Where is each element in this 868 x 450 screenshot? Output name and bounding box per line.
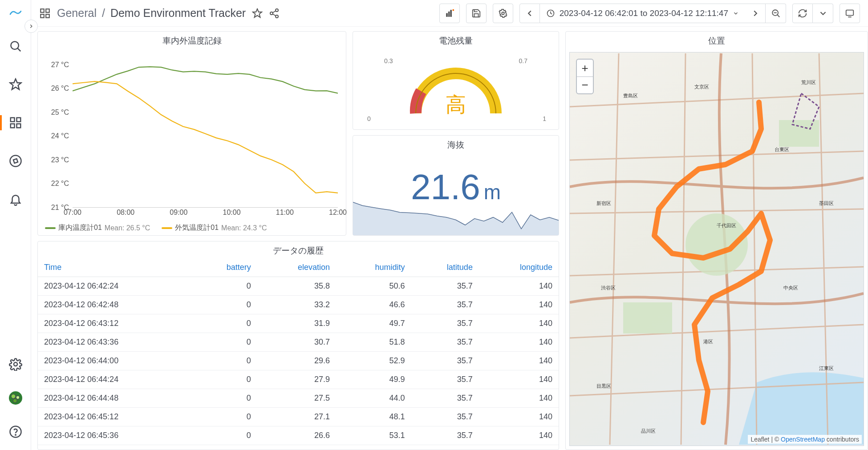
history-panel[interactable]: データの履歴 Timebatteryelevationhumiditylatit… (37, 241, 559, 450)
map-panel[interactable]: 位置 (565, 31, 868, 450)
battery-title: 電池残量 (353, 32, 559, 48)
battery-panel[interactable]: 電池残量 0 0.3 0.7 1 高 (353, 31, 559, 130)
svg-rect-27 (450, 10, 452, 16)
map-poi-label: 文京区 (694, 84, 709, 90)
save-button[interactable] (466, 4, 487, 23)
search-icon[interactable] (5, 36, 26, 56)
map-poi-label: 目黒区 (596, 383, 611, 390)
map-poi-label: 中央区 (783, 285, 798, 291)
map-poi-label: 江東区 (819, 365, 834, 372)
column-longitude[interactable]: longitude (479, 258, 559, 277)
column-battery[interactable]: battery (192, 258, 257, 277)
dashboards-icon[interactable] (5, 112, 26, 133)
svg-line-33 (777, 15, 779, 17)
tv-mode-button[interactable] (840, 4, 860, 23)
sidebar (0, 0, 31, 450)
svg-rect-15 (41, 9, 44, 12)
expand-sidebar-button[interactable] (24, 20, 38, 33)
refresh-interval-button[interactable] (813, 4, 833, 23)
column-humidity[interactable]: humidity (336, 258, 411, 277)
map-poi-label: 荒川区 (801, 79, 816, 86)
svg-point-10 (11, 394, 16, 398)
svg-rect-38 (623, 302, 672, 333)
table-row[interactable]: 2023-04-12 06:44:00029.652.935.7140 (38, 352, 559, 370)
table-row[interactable]: 2023-04-12 06:42:24035.850.635.7140 (38, 277, 559, 296)
starred-icon[interactable] (5, 74, 26, 95)
osm-link[interactable]: OpenStreetMap (781, 436, 825, 443)
column-elevation[interactable]: elevation (257, 258, 336, 277)
elevation-title: 海抜 (353, 136, 559, 153)
refresh-button[interactable] (792, 4, 813, 23)
legend-item[interactable]: 外気温度計01Mean: 24.3 °C (162, 223, 267, 233)
map-poi-label: 港区 (703, 338, 713, 345)
svg-rect-17 (41, 14, 44, 18)
breadcrumb-folder[interactable]: General (57, 7, 97, 20)
refresh-group (792, 4, 833, 23)
zoom-out-button[interactable] (766, 4, 786, 23)
svg-point-30 (502, 12, 504, 15)
time-back-button[interactable] (519, 4, 540, 23)
svg-point-21 (270, 12, 273, 15)
svg-point-9 (14, 362, 17, 366)
add-panel-button[interactable] (439, 4, 460, 23)
legend-item[interactable]: 庫内温度計01Mean: 26.5 °C (45, 223, 150, 233)
temperature-chart[interactable]: 21 °C22 °C23 °C24 °C25 °C26 °C27 °C 07:0… (41, 48, 342, 235)
map-title: 位置 (566, 32, 868, 48)
explore-icon[interactable] (5, 151, 26, 171)
svg-marker-8 (13, 159, 18, 163)
table-row[interactable]: 2023-04-12 06:45:12027.148.135.7140 (38, 408, 559, 426)
alerting-icon[interactable] (5, 189, 26, 209)
map-poi-label: 渋谷区 (601, 285, 616, 291)
dashboards-breadcrumb-icon[interactable] (39, 8, 51, 19)
time-picker-group: 2023-04-12 06:42:01 to 2023-04-12 12:11:… (519, 4, 786, 23)
dashboard-settings-button[interactable] (493, 4, 513, 23)
history-title: データの履歴 (38, 241, 559, 258)
table-row[interactable]: 2023-04-12 06:43:36030.751.835.7140 (38, 333, 559, 352)
temperature-title: 車内外温度記録 (38, 32, 346, 48)
svg-point-22 (276, 15, 278, 18)
svg-line-23 (273, 11, 276, 12)
topbar: General / Demo Environment Tracker 2023-… (31, 0, 868, 27)
table-row[interactable]: 2023-04-12 06:42:48033.246.635.7140 (38, 296, 559, 314)
map-poi-label: 品川区 (641, 428, 656, 434)
svg-rect-3 (10, 118, 14, 122)
time-range-text: 2023-04-12 06:42:01 to 2023-04-12 12:11:… (560, 8, 728, 18)
table-row[interactable]: 2023-04-12 06:45:36026.653.135.7140 (38, 426, 559, 445)
column-latitude[interactable]: latitude (411, 258, 479, 277)
time-picker[interactable]: 2023-04-12 06:42:01 to 2023-04-12 12:11:… (540, 4, 745, 23)
star-icon[interactable] (252, 8, 263, 19)
svg-marker-19 (253, 9, 262, 17)
svg-rect-39 (779, 120, 819, 147)
history-table: Timebatteryelevationhumiditylatitudelong… (38, 258, 559, 445)
column-time[interactable]: Time (38, 258, 192, 277)
map-poi-label: 台東区 (775, 146, 789, 153)
gauge-value: 高 (446, 91, 466, 119)
svg-point-20 (276, 9, 278, 12)
svg-rect-35 (846, 10, 854, 15)
zoom-in-button[interactable]: + (577, 60, 593, 76)
avatar[interactable] (5, 388, 26, 408)
svg-rect-26 (448, 12, 450, 16)
table-row[interactable]: 2023-04-12 06:44:48027.544.035.7140 (38, 389, 559, 408)
map-poi-label: 千代田区 (717, 222, 736, 229)
svg-point-7 (10, 156, 21, 167)
help-icon[interactable] (5, 422, 26, 442)
temperature-panel[interactable]: 車内外温度記録 21 °C22 °C23 °C24 °C25 °C26 °C27… (37, 31, 346, 236)
map-poi-label: 墨田区 (819, 200, 834, 207)
brand-logo[interactable] (8, 8, 23, 18)
share-icon[interactable] (269, 8, 280, 19)
map-zoom-controls: + − (576, 59, 594, 94)
svg-rect-6 (16, 124, 20, 128)
svg-rect-16 (46, 9, 49, 12)
time-forward-button[interactable] (745, 4, 766, 23)
svg-line-1 (17, 48, 20, 51)
elevation-panel[interactable]: 海抜 21.6m (353, 135, 559, 236)
svg-point-0 (11, 41, 19, 49)
page-title[interactable]: Demo Environment Tracker (110, 7, 246, 20)
zoom-out-button[interactable]: − (577, 76, 593, 93)
table-row[interactable]: 2023-04-12 06:43:12031.949.735.7140 (38, 314, 559, 333)
map-attribution: Leaflet | © OpenStreetMap contributors (748, 435, 862, 444)
settings-icon[interactable] (5, 354, 26, 374)
table-row[interactable]: 2023-04-12 06:44:24027.949.935.7140 (38, 370, 559, 389)
map-canvas[interactable]: + − 文京区豊島区新宿区渋谷区千代田区中央区港区江東区台東区墨田区荒川区目黒区… (569, 52, 864, 446)
